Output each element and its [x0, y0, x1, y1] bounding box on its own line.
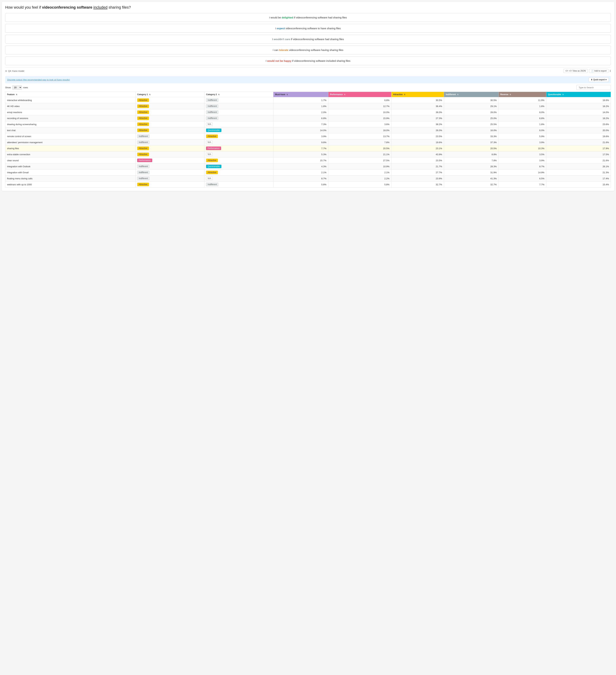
- cell-feature: remote control of screen: [5, 133, 135, 139]
- cell-indf: 32.7%: [444, 181, 498, 188]
- cell-perf: 20.5%: [328, 145, 391, 151]
- quick-export-button[interactable]: ⬇ Quick export ▾: [589, 77, 609, 82]
- kano-table: Feature ⇅ Category 1 ⇅ Category 2 ⇅ Must…: [5, 92, 611, 188]
- cell-indf: 7.8%: [444, 157, 498, 163]
- cell-rev: 3.9%: [498, 139, 546, 145]
- answer-tolerate[interactable]: I can tolerate videoconferencing softwar…: [5, 46, 611, 54]
- cell-must: 1.7%: [273, 97, 328, 103]
- th-indifferent[interactable]: Indifferent ⇅: [444, 92, 498, 97]
- search-input[interactable]: [576, 85, 611, 90]
- th-questionable[interactable]: Questionable ⇅: [546, 92, 611, 97]
- cell-must: 3.9%: [273, 133, 328, 139]
- cell-rev: 5.9%: [498, 133, 546, 139]
- cell-feature: 4K HD video: [5, 103, 135, 109]
- answer-wouldnt-care[interactable]: I wouldn't care if videoconferencing sof…: [5, 35, 611, 44]
- cell-feature: integration with Outlook: [5, 163, 135, 169]
- code-icon: </>: [565, 70, 568, 72]
- cell-cat1: Attractive: [135, 97, 204, 103]
- cell-indf: 33.3%: [444, 133, 498, 139]
- export-icon: 📄: [591, 70, 594, 72]
- table-row: integration with OutlookIndifferentQuest…: [5, 163, 611, 169]
- cell-rev: 7.7%: [498, 181, 546, 188]
- table-row: clear soundPerformanceAttractive15.7%27.…: [5, 157, 611, 163]
- th-category1[interactable]: Category 1 ⇅: [135, 92, 204, 97]
- table-row: remote control of screenIndifferentAttra…: [5, 133, 611, 139]
- cell-perf: 21.1%: [328, 151, 391, 157]
- cell-cat1: Indifferent: [135, 133, 204, 139]
- cell-cat1: Attractive: [135, 103, 204, 109]
- cell-cat2: Questionable: [204, 163, 273, 169]
- cell-quest: 17.4%: [546, 175, 611, 181]
- cell-rev: 6.5%: [498, 175, 546, 181]
- cell-quest: 26.1%: [546, 163, 611, 169]
- cell-feature: drawing during screensharing: [5, 121, 135, 127]
- cell-quest: 21.3%: [546, 169, 611, 175]
- cell-rev: 14.9%: [498, 169, 546, 175]
- cell-cat2: Attractive: [204, 133, 273, 139]
- cell-indf: 25.0%: [444, 115, 498, 121]
- answer-not-happy[interactable]: I would not be happy if videoconferencin…: [5, 57, 611, 65]
- th-performance[interactable]: Performance ⇅: [328, 92, 391, 97]
- table-row: webinars with up to 1000AttractiveIndiff…: [5, 181, 611, 188]
- cell-must: 2.1%: [273, 169, 328, 175]
- answer-expect[interactable]: I expect videoconferencing software to h…: [5, 24, 611, 33]
- table-controls: Show 20 10 50 100 rows: [5, 85, 611, 90]
- cell-attr: 21.7%: [391, 163, 444, 169]
- cell-rev: 1.8%: [498, 103, 546, 109]
- cell-indf: 20.5%: [444, 145, 498, 151]
- chevron-down-icon: ▾: [606, 78, 607, 81]
- cell-cat1: Indifferent: [135, 175, 204, 181]
- cell-quest: 17.5%: [546, 151, 611, 157]
- cell-feature: text chat: [5, 127, 135, 133]
- cell-attr: 23.5%: [391, 133, 444, 139]
- table-row: recording of sessionsAttractiveIndiffere…: [5, 115, 611, 121]
- cell-must: 5.3%: [273, 151, 328, 157]
- answer-delighted[interactable]: I would be delighted if videoconferencin…: [5, 13, 611, 22]
- cell-cat2: N/A: [204, 139, 273, 145]
- cell-perf: 2.2%: [328, 175, 391, 181]
- cell-must: 6.8%: [273, 115, 328, 121]
- discrete-output-link[interactable]: Discrete output (the recommended way to …: [7, 78, 70, 81]
- th-category2[interactable]: Category 2 ⇅: [204, 92, 273, 97]
- cell-indf: 30.5%: [444, 97, 498, 103]
- cell-cat2: Performance: [204, 145, 273, 151]
- question-title: How would you feel if videoconferencing …: [5, 5, 611, 10]
- cell-indf: 8.8%: [444, 151, 498, 157]
- cell-perf: 6.8%: [328, 97, 391, 103]
- cell-feature: clear sound: [5, 157, 135, 163]
- cell-rev: 6.0%: [498, 127, 546, 133]
- table-row: attendees' permission managementIndiffer…: [5, 139, 611, 145]
- rows-per-page-select[interactable]: 20 10 50 100: [12, 85, 22, 90]
- cell-rev: 8.7%: [498, 163, 546, 169]
- cell-rev: 1.8%: [498, 121, 546, 127]
- table-row: drawing during screensharingAttractiveN/…: [5, 121, 611, 127]
- th-reverse[interactable]: Reverse ⇅: [498, 92, 546, 97]
- th-must-have[interactable]: Must-have ⇅: [273, 92, 328, 97]
- cell-quest: 21.6%: [546, 157, 611, 163]
- cell-feature: recording of sessions: [5, 115, 135, 121]
- add-to-export-button[interactable]: 📄 Add to export: [589, 69, 608, 73]
- cell-quest: 18.2%: [546, 115, 611, 121]
- th-feature[interactable]: Feature ⇅: [5, 92, 135, 97]
- cell-perf: 13.7%: [328, 133, 391, 139]
- cell-quest: 19.6%: [546, 133, 611, 139]
- cell-must: 2.0%: [273, 109, 328, 115]
- cell-cat1: Attractive: [135, 109, 204, 115]
- cell-attr: 38.2%: [391, 121, 444, 127]
- cell-feature: integration with Gmail: [5, 169, 135, 175]
- view-json-button[interactable]: </> </> View as JSON: [563, 69, 588, 73]
- kano-header: ⊞ Q4: Kano model </> </> View as JSON 📄 …: [5, 67, 611, 74]
- cell-cat2: Indifferent: [204, 103, 273, 109]
- th-attractive[interactable]: Attractive ⇅: [391, 92, 444, 97]
- cell-cat2: Questionable: [204, 127, 273, 133]
- cell-cat2: Indifferent: [204, 97, 273, 103]
- cell-must: 7.3%: [273, 121, 328, 127]
- cell-must: 4.3%: [273, 163, 328, 169]
- cell-indf: 31.9%: [444, 169, 498, 175]
- cell-attr: 32.7%: [391, 181, 444, 188]
- info-icon[interactable]: ℹ: [610, 69, 611, 72]
- cell-quest: 14.0%: [546, 109, 611, 115]
- cell-indf: 29.1%: [444, 103, 498, 109]
- cell-feature: attendees' permission management: [5, 139, 135, 145]
- cell-must: 15.7%: [273, 157, 328, 163]
